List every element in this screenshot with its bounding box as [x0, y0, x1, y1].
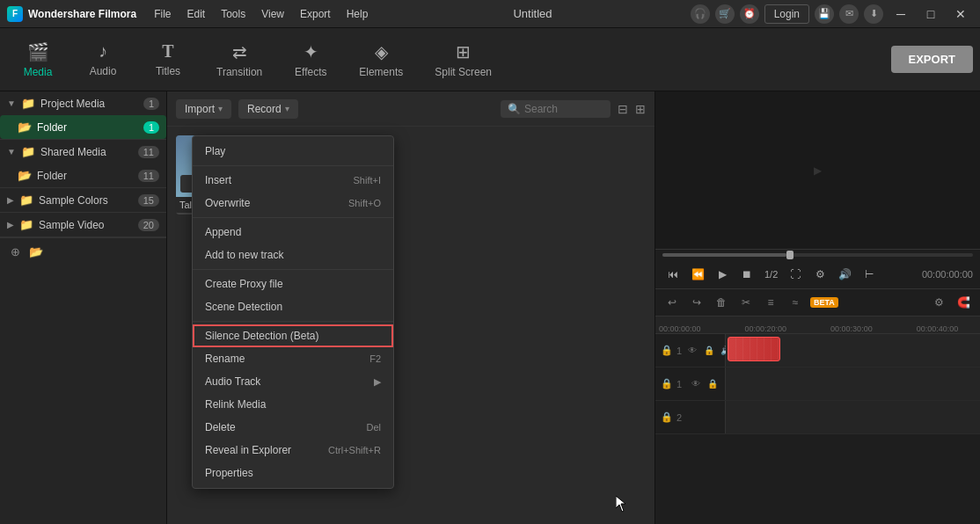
video-clip[interactable] — [728, 337, 780, 361]
add-folder-icon[interactable]: ⊕ — [11, 245, 20, 258]
volume-button[interactable]: 🔊 — [834, 264, 855, 285]
ctx-separator-1 — [193, 165, 393, 166]
sidebar-section-sample-video: ▶ 📁 Sample Video 20 — [0, 213, 166, 237]
audio-track-1: 🔒 1 👁 🔒 — [655, 368, 980, 401]
track-lock-icon[interactable]: 🔒 — [702, 344, 716, 358]
minimize-button[interactable]: ─ — [889, 4, 913, 24]
tab-transition[interactable]: ⇄ Transition — [202, 34, 276, 85]
redo-button[interactable]: ↪ — [687, 293, 706, 312]
ctx-reveal-explorer[interactable]: Reveal in Explorer Ctrl+Shift+R — [193, 439, 393, 462]
shared-media-count: 11 — [138, 146, 159, 158]
sidebar-item-shared-media[interactable]: ▼ 📁 Shared Media 11 — [0, 140, 166, 164]
ctx-rename[interactable]: Rename F2 — [193, 347, 393, 370]
ctx-audio-track-arrow-icon: ▶ — [374, 376, 381, 388]
import-button[interactable]: Import ▾ — [176, 99, 231, 119]
search-icon: 🔍 — [508, 103, 521, 115]
play-button[interactable]: ▶ — [712, 264, 733, 285]
fit-button[interactable]: ⊢ — [859, 264, 880, 285]
grid-view-icon[interactable]: ⊞ — [635, 102, 646, 116]
sidebar-item-sample-video[interactable]: ▶ 📁 Sample Video 20 — [0, 213, 166, 237]
media-panel: Import ▾ Record ▾ 🔍 ⊟ ⊞ ⊞ — [167, 91, 655, 524]
export-button[interactable]: EXPORT — [891, 46, 973, 73]
track-eye-icon[interactable]: 👁 — [685, 344, 699, 358]
ctx-create-proxy[interactable]: Create Proxy file — [193, 273, 393, 295]
record-button[interactable]: Record ▾ — [238, 99, 298, 119]
ctx-overwrite[interactable]: Overwrite Shift+O — [193, 192, 393, 215]
menu-tools[interactable]: Tools — [214, 5, 252, 23]
titles-tab-icon: T — [162, 41, 173, 62]
settings-button[interactable]: ⚙ — [809, 264, 830, 285]
new-folder-icon[interactable]: 📂 — [29, 245, 43, 258]
app-title: Wondershare Filmora — [28, 8, 136, 20]
tab-splitscreen[interactable]: ⊞ Split Screen — [421, 34, 506, 85]
delete-track-button[interactable]: 🗑 — [712, 293, 731, 312]
audio-eye-icon[interactable]: 👁 — [689, 377, 703, 391]
playhead[interactable] — [786, 251, 794, 259]
alert-icon[interactable]: ⏰ — [740, 4, 759, 24]
search-input[interactable] — [524, 103, 603, 115]
ctx-relink-media-label: Relink Media — [205, 398, 266, 411]
ctx-scene-detection[interactable]: Scene Detection — [193, 295, 393, 318]
login-button[interactable]: Login — [764, 4, 809, 24]
mix-button[interactable]: ≡ — [761, 293, 780, 312]
tab-titles[interactable]: T Titles — [137, 34, 199, 84]
ctx-silence-detection[interactable]: Silence Detection (Beta) — [193, 324, 393, 347]
video-track-content[interactable] — [726, 334, 980, 367]
email-icon[interactable]: ✉ — [839, 4, 859, 24]
tab-media[interactable]: 🎬 Media — [7, 34, 69, 85]
cut-button[interactable]: ✂ — [736, 293, 756, 312]
sidebar-item-folder[interactable]: 📂 Folder 1 — [0, 115, 166, 139]
sidebar-item-sample-colors[interactable]: ▶ 📁 Sample Colors 15 — [0, 188, 166, 212]
audio-lock-icon[interactable]: 🔒 — [706, 377, 720, 391]
media-toolbar: Import ▾ Record ▾ 🔍 ⊟ ⊞ — [167, 91, 655, 127]
ctx-insert[interactable]: Insert Shift+I — [193, 169, 393, 192]
ctx-properties[interactable]: Properties — [193, 462, 393, 484]
ctx-add-to-new-track[interactable]: Add to new track — [193, 244, 393, 266]
maximize-button[interactable]: □ — [918, 4, 943, 24]
tab-audio[interactable]: ♪ Audio — [72, 34, 134, 84]
cart-icon[interactable]: 🛒 — [715, 4, 735, 24]
track-settings-button[interactable]: ⚙ — [929, 293, 948, 312]
ctx-append[interactable]: Append — [193, 221, 393, 244]
audio-track-icons: 👁 🔒 — [689, 377, 720, 391]
ctx-audio-track[interactable]: Audio Track ▶ — [193, 370, 393, 393]
video-track-1: 🔒 1 👁 🔒 🔊 — [655, 334, 980, 368]
menu-view[interactable]: View — [254, 5, 291, 23]
folder-icon: 📁 — [19, 218, 33, 231]
download-icon[interactable]: ⬇ — [864, 4, 883, 24]
skip-back-button[interactable]: ⏮ — [662, 264, 684, 285]
ctx-rename-label: Rename — [205, 353, 245, 365]
close-button[interactable]: ✕ — [948, 4, 973, 24]
menu-export[interactable]: Export — [293, 5, 338, 23]
snap-button[interactable]: 🧲 — [954, 293, 973, 312]
headset-icon[interactable]: 🎧 — [691, 4, 710, 24]
fullscreen-button[interactable]: ⛶ — [785, 264, 806, 285]
undo-button[interactable]: ↩ — [662, 293, 682, 312]
ctx-play[interactable]: Play — [193, 140, 393, 163]
import-chevron-icon: ▾ — [218, 104, 223, 113]
ctx-relink-media[interactable]: Relink Media — [193, 393, 393, 416]
tab-elements[interactable]: ◈ Elements — [345, 34, 417, 85]
save-icon[interactable]: 💾 — [815, 4, 834, 24]
filter-icon[interactable]: ⊟ — [618, 102, 628, 116]
waveform-button[interactable]: ≈ — [786, 293, 805, 312]
record-label: Record — [247, 103, 282, 115]
menu-edit[interactable]: Edit — [179, 5, 212, 23]
sidebar-item-project-media[interactable]: ▼ 📁 Project Media 1 — [0, 91, 166, 115]
splitscreen-tab-icon: ⊞ — [456, 41, 471, 62]
menu-file[interactable]: File — [147, 5, 178, 23]
progress-bar-container — [655, 250, 980, 260]
step-back-button[interactable]: ⏪ — [687, 264, 708, 285]
folder-label: Folder — [37, 121, 138, 134]
elements-tab-icon: ◈ — [375, 41, 388, 62]
stop-button[interactable]: ⏹ — [736, 264, 757, 285]
ctx-delete[interactable]: Delete Del — [193, 416, 393, 439]
sidebar-item-shared-folder[interactable]: 📂 Folder 11 — [0, 164, 166, 187]
titlebar-actions: 🎧 🛒 ⏰ Login 💾 ✉ ⬇ ─ □ ✕ — [691, 4, 973, 24]
audio-track-2-content[interactable] — [726, 401, 980, 433]
speed-selector[interactable]: 1/2 — [761, 264, 781, 285]
splitscreen-tab-label: Split Screen — [435, 66, 492, 78]
tab-effects[interactable]: ✦ Effects — [280, 34, 341, 85]
menu-help[interactable]: Help — [340, 5, 376, 23]
audio-track-content[interactable] — [726, 368, 980, 400]
